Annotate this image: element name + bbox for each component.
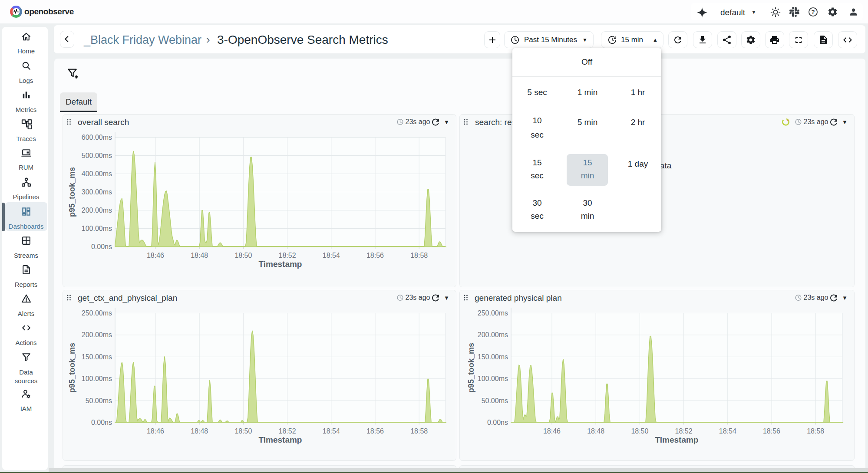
- svg-text:0.00ns: 0.00ns: [91, 419, 112, 426]
- svg-text:generated physical plan: generated physical plan: [475, 293, 562, 302]
- svg-text:overall search: overall search: [78, 118, 129, 127]
- svg-text:18:50: 18:50: [631, 427, 648, 435]
- svg-text:250.00ms: 250.00ms: [478, 309, 508, 317]
- svg-text:18:52: 18:52: [675, 427, 693, 435]
- svg-text:18:48: 18:48: [191, 427, 208, 435]
- svg-text:18:58: 18:58: [807, 427, 824, 435]
- svg-text:400.00ms: 400.00ms: [82, 170, 112, 177]
- svg-text:▼: ▼: [444, 119, 449, 125]
- svg-text:18:50: 18:50: [234, 252, 252, 259]
- svg-text:150.00ms: 150.00ms: [82, 353, 112, 361]
- svg-text:Timestamp: Timestamp: [655, 435, 699, 444]
- svg-text:Timestamp: Timestamp: [259, 259, 302, 269]
- svg-text:150.00ms: 150.00ms: [478, 353, 508, 361]
- svg-text:▼: ▼: [842, 119, 848, 125]
- svg-text:100.00ms: 100.00ms: [82, 225, 112, 232]
- svg-text:p95_took_ms: p95_took_ms: [68, 343, 76, 393]
- svg-text:18:54: 18:54: [323, 427, 340, 435]
- svg-text:▼: ▼: [842, 295, 848, 301]
- svg-text:18:56: 18:56: [366, 252, 384, 259]
- svg-text:0.00ns: 0.00ns: [487, 419, 508, 426]
- svg-text:0.00ns: 0.00ns: [91, 243, 112, 250]
- svg-text:18:58: 18:58: [410, 427, 428, 435]
- svg-text:200.00ms: 200.00ms: [82, 331, 112, 338]
- svg-text:500.00ms: 500.00ms: [82, 152, 112, 159]
- svg-text:18:56: 18:56: [763, 427, 780, 435]
- svg-text:23s ago: 23s ago: [804, 118, 828, 125]
- svg-text:p95_took_ms: p95_took_ms: [467, 343, 475, 393]
- svg-text:100.00ms: 100.00ms: [478, 375, 508, 382]
- svg-text:23s ago: 23s ago: [406, 118, 430, 125]
- svg-text:300.00ms: 300.00ms: [82, 188, 112, 196]
- svg-text:18:54: 18:54: [719, 427, 736, 435]
- svg-text:▼: ▼: [444, 295, 449, 301]
- svg-text:18:52: 18:52: [279, 252, 296, 259]
- svg-text:100.00ms: 100.00ms: [82, 375, 112, 382]
- svg-text:200.00ms: 200.00ms: [478, 331, 508, 338]
- svg-text:18:46: 18:46: [543, 427, 561, 435]
- svg-text:18:46: 18:46: [147, 252, 164, 259]
- svg-text:18:52: 18:52: [279, 427, 296, 435]
- svg-text:18:58: 18:58: [410, 252, 428, 259]
- svg-text:18:46: 18:46: [147, 427, 164, 435]
- svg-text:200.00ms: 200.00ms: [82, 207, 112, 214]
- svg-text:600.00ms: 600.00ms: [82, 134, 112, 141]
- svg-text:get_ctx_and_physical_plan: get_ctx_and_physical_plan: [78, 293, 177, 303]
- svg-text:18:50: 18:50: [234, 427, 252, 435]
- svg-text:50.00ms: 50.00ms: [86, 397, 112, 404]
- svg-text:23s ago: 23s ago: [804, 294, 828, 301]
- svg-text:23s ago: 23s ago: [406, 294, 430, 301]
- svg-text:Timestamp: Timestamp: [259, 435, 302, 444]
- svg-text:18:56: 18:56: [366, 427, 384, 435]
- svg-text:50.00ms: 50.00ms: [482, 397, 508, 404]
- svg-text:?: ?: [811, 9, 815, 15]
- svg-text:18:54: 18:54: [323, 252, 340, 259]
- svg-text:18:48: 18:48: [191, 252, 208, 259]
- svg-text:250.00ms: 250.00ms: [82, 309, 112, 317]
- svg-text:p95_took_ms: p95_took_ms: [68, 167, 76, 217]
- svg-text:18:48: 18:48: [587, 427, 604, 435]
